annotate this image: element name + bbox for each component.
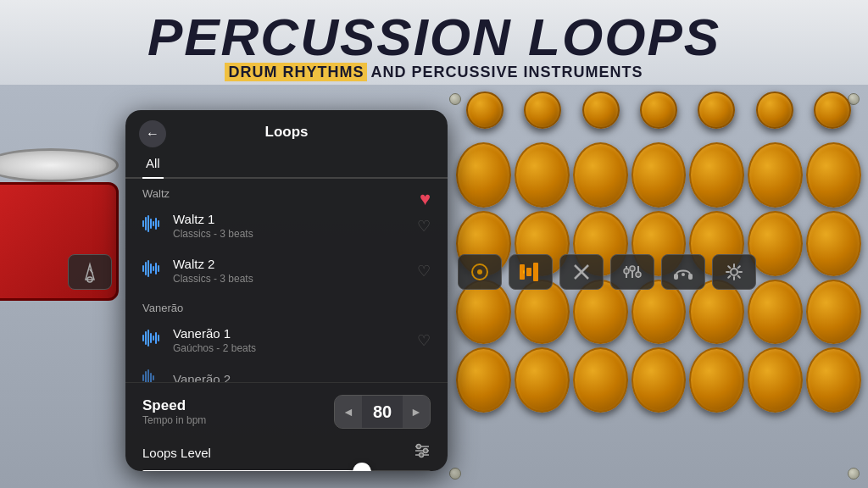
subtitle-normal: AND PERCUSSIVE INSTRUMENTS <box>370 64 643 80</box>
svg-rect-32 <box>155 263 157 274</box>
drum-pad[interactable] <box>806 347 861 413</box>
svg-rect-28 <box>145 262 147 275</box>
drum-pad[interactable] <box>573 347 628 413</box>
svg-rect-27 <box>142 265 144 272</box>
loop-sub-vanerao1: Gaúchos - 2 beats <box>173 342 417 354</box>
knob-6[interactable] <box>756 92 793 129</box>
level-slider-thumb[interactable] <box>353 463 371 471</box>
drum-pad[interactable] <box>748 347 803 413</box>
drum-pad[interactable] <box>748 211 803 276</box>
svg-rect-20 <box>142 220 144 227</box>
knob-7[interactable] <box>814 92 851 129</box>
level-slider-track[interactable] <box>142 470 431 471</box>
svg-rect-26 <box>158 220 159 227</box>
drum-pad[interactable] <box>456 142 511 208</box>
drum-pad[interactable] <box>748 280 803 345</box>
loop-heart-waltz2[interactable]: ♡ <box>417 262 431 280</box>
loop-sub-waltz2: Classics - 3 beats <box>173 273 417 285</box>
loop-item-vanerao1[interactable]: Vanerão 1 Gaúchos - 2 beats ♡ <box>125 318 448 363</box>
back-arrow-icon: ← <box>146 126 159 141</box>
drum-pad[interactable] <box>632 347 687 413</box>
instrument-toolbar <box>458 254 756 290</box>
settings-icon-button[interactable] <box>712 254 756 290</box>
loops-icon-button[interactable] <box>458 254 502 290</box>
loop-heart-waltz1[interactable]: ♡ <box>417 217 431 236</box>
loops-level-section: Loops Level <box>125 437 448 471</box>
svg-rect-24 <box>153 221 154 226</box>
svg-rect-15 <box>688 274 693 280</box>
svg-rect-23 <box>150 219 152 229</box>
drum-pad[interactable] <box>689 142 744 208</box>
svg-rect-38 <box>153 336 154 341</box>
drum-pad[interactable] <box>456 347 511 413</box>
bass-drum <box>0 165 136 318</box>
svg-rect-14 <box>674 274 678 280</box>
edit-icon-button[interactable] <box>559 254 604 290</box>
bpm-increase-button[interactable]: ► <box>403 396 430 428</box>
loops-list: Waltz Waltz 1 Classics - 3 beats ♡ <box>125 179 448 382</box>
svg-point-51 <box>420 453 424 458</box>
loop-info-waltz2: Waltz 2 Classics - 3 beats <box>173 257 417 285</box>
drum-pad[interactable] <box>515 142 570 208</box>
sequencer-icon-button[interactable] <box>509 254 553 290</box>
svg-point-13 <box>636 272 641 277</box>
headphones-icon-button[interactable] <box>661 254 705 290</box>
svg-rect-31 <box>153 266 154 271</box>
tab-all[interactable]: All <box>142 149 164 177</box>
drum-pad[interactable] <box>806 280 861 345</box>
loop-heart-vanerao1[interactable]: ♡ <box>417 331 431 350</box>
svg-rect-4 <box>533 263 538 281</box>
level-slider-row <box>142 470 431 471</box>
level-slider-fill <box>142 470 359 471</box>
bpm-decrease-button[interactable]: ◄ <box>335 396 362 428</box>
svg-rect-36 <box>147 330 149 347</box>
loops-panel: ← Loops All ♥ Waltz Wal <box>125 110 448 471</box>
svg-rect-44 <box>150 373 152 382</box>
header-area: PERCUSSION LOOPS DRUM RHYTHMSAND PERCUSS… <box>0 0 868 85</box>
svg-point-11 <box>624 269 629 274</box>
mixer-icon-button[interactable] <box>610 254 654 290</box>
loop-info-vanerao2: Vanerão 2 <box>173 372 431 382</box>
svg-rect-43 <box>147 369 149 382</box>
drum-pad[interactable] <box>632 142 687 208</box>
svg-point-16 <box>682 273 685 276</box>
svg-rect-37 <box>150 333 152 343</box>
drum-pad[interactable] <box>573 142 628 208</box>
drum-pad[interactable] <box>806 142 861 208</box>
svg-rect-42 <box>145 371 147 382</box>
drum-pad[interactable] <box>806 211 861 276</box>
loop-item-waltz1[interactable]: Waltz 1 Classics - 3 beats ♡ <box>125 203 448 248</box>
metronome-button[interactable] <box>68 254 112 290</box>
loop-name-vanerao1: Vanerão 1 <box>173 326 417 341</box>
subtitle-highlight: DRUM RHYTHMS <box>225 63 367 81</box>
loop-info-waltz1: Waltz 1 Classics - 3 beats <box>173 212 417 240</box>
knobs-row <box>449 85 868 136</box>
level-adjust-icon <box>414 442 431 463</box>
knob-3[interactable] <box>582 92 620 129</box>
back-button[interactable]: ← <box>139 120 166 147</box>
svg-point-49 <box>417 445 421 449</box>
svg-rect-25 <box>155 218 157 230</box>
drum-pad[interactable] <box>689 347 744 413</box>
waveform-icon <box>142 330 163 351</box>
drum-pad[interactable] <box>515 347 570 413</box>
speed-sub-label: Tempo in bpm <box>142 414 206 426</box>
svg-point-17 <box>731 269 737 275</box>
knob-2[interactable] <box>524 92 561 129</box>
drum-pad[interactable] <box>748 142 803 208</box>
panel-header: ← Loops <box>125 110 448 141</box>
svg-rect-21 <box>145 217 147 230</box>
svg-rect-39 <box>155 332 157 344</box>
section-label-waltz: Waltz <box>125 179 448 203</box>
knob-4[interactable] <box>640 92 677 129</box>
loop-name-waltz2: Waltz 2 <box>173 257 417 271</box>
bpm-value: 80 <box>362 402 403 422</box>
speed-row: Speed Tempo in bpm ◄ 80 ► <box>142 395 431 429</box>
loop-item-waltz2[interactable]: Waltz 2 Classics - 3 beats ♡ <box>125 248 448 293</box>
knob-5[interactable] <box>698 92 735 129</box>
svg-rect-40 <box>158 335 159 341</box>
svg-rect-3 <box>526 268 531 276</box>
tab-row: All ♥ <box>125 149 448 179</box>
svg-rect-35 <box>145 331 147 345</box>
knob-1[interactable] <box>466 92 504 129</box>
